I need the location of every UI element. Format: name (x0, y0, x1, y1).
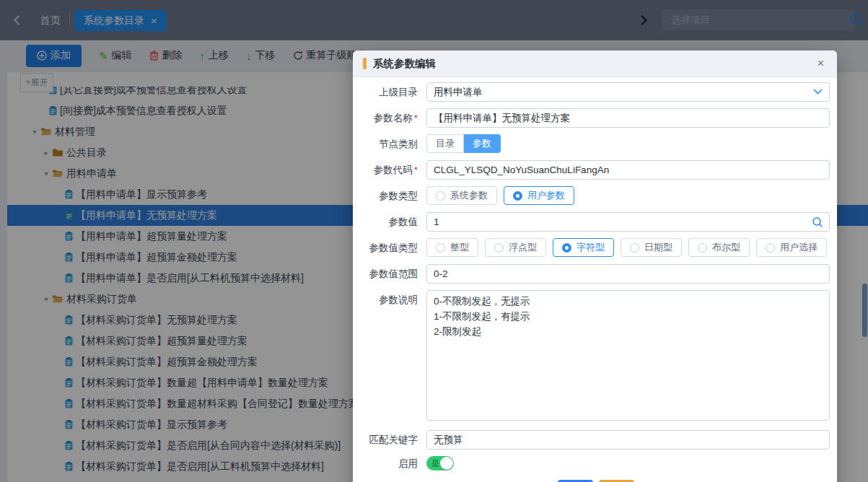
param-name-label: 参数名称* (361, 108, 418, 128)
radio-string[interactable]: 字符型 (553, 238, 614, 257)
keyword-label: 匹配关键字 (361, 430, 418, 450)
parent-directory-label: 上级目录 (361, 82, 418, 102)
dialog-body: 上级目录 用料申请单 参数名称* 节点类别 目录 参数 (353, 77, 837, 482)
param-desc-label: 参数说明 (361, 290, 418, 310)
toggle-knob (440, 457, 453, 470)
close-icon[interactable]: × (815, 56, 827, 71)
radio-boolean[interactable]: 布尔型 (688, 238, 750, 257)
value-range-label: 参数值范围 (361, 264, 418, 284)
radio-circle-icon (494, 243, 504, 253)
value-type-group: 整型 浮点型 字符型 日期型 (426, 238, 830, 257)
enable-label: 启用 (361, 454, 418, 473)
accent-bar (363, 58, 367, 69)
radio-date[interactable]: 日期型 (621, 238, 682, 257)
required-asterisk: * (414, 165, 418, 175)
radio-circle-icon (630, 243, 639, 253)
dialog-title: 系统参数编辑 (373, 57, 436, 71)
chevron-down-icon (813, 89, 823, 95)
radio-float[interactable]: 浮点型 (485, 238, 546, 257)
value-range-input[interactable] (426, 264, 830, 284)
radio-integer[interactable]: 整型 (426, 238, 478, 257)
value-type-label: 参数值类型 (361, 238, 418, 258)
radio-user-choice[interactable]: 用户选择 (756, 238, 827, 257)
radio-user-param[interactable]: 用户参数 (504, 186, 574, 205)
system-parameter-edit-dialog: 系统参数编辑 × 上级目录 用料申请单 参数名称* 节点类别 目录 (353, 51, 837, 482)
param-value-input[interactable] (426, 212, 830, 232)
radio-system-param[interactable]: 系统参数 (426, 186, 497, 205)
param-type-label: 参数类型 (361, 186, 418, 206)
param-type-group: 系统参数 用户参数 (426, 186, 830, 205)
param-desc-textarea[interactable]: 0-不限制发起，无提示 1-不限制发起，有提示 2-限制发起 (426, 290, 830, 421)
radio-circle-icon (436, 191, 445, 201)
keyword-input[interactable] (426, 430, 830, 450)
search-icon[interactable] (812, 216, 823, 228)
dialog-header: 系统参数编辑 × (353, 51, 837, 77)
param-value-label: 参数值 (361, 212, 418, 232)
param-name-input[interactable] (426, 108, 830, 128)
radio-circle-icon (766, 243, 775, 253)
node-type-label: 节点类别 (361, 134, 418, 154)
parent-directory-select[interactable]: 用料申请单 (426, 82, 830, 102)
required-asterisk: * (414, 113, 418, 123)
radio-circle-icon (698, 243, 707, 253)
node-type-option-directory[interactable]: 目录 (426, 134, 464, 153)
toggle-on-label: 是 (431, 458, 439, 469)
radio-circle-icon (562, 243, 571, 253)
param-code-label: 参数代码* (361, 160, 418, 180)
enable-toggle[interactable]: 是 (426, 456, 454, 470)
node-type-segmented: 目录 参数 (426, 134, 501, 153)
param-code-input[interactable] (426, 160, 830, 180)
node-type-option-parameter[interactable]: 参数 (464, 134, 501, 153)
radio-circle-icon (436, 243, 445, 253)
radio-circle-icon (513, 191, 522, 201)
